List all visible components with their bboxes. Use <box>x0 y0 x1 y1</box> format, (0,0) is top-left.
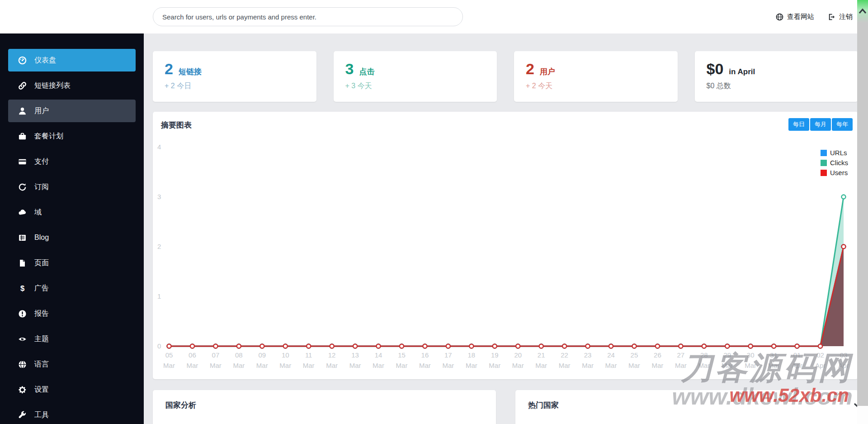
top-countries-title: 热门国家 <box>528 400 845 410</box>
cloud-icon <box>17 208 27 216</box>
stat-card-0: 2短链接+ 2 今日 <box>153 51 316 102</box>
svg-text:10: 10 <box>282 351 289 359</box>
stat-value: 3 <box>345 60 354 78</box>
svg-text:Mar: Mar <box>303 362 315 369</box>
sidebar-item-label: 用户 <box>34 106 49 116</box>
svg-text:19: 19 <box>491 351 499 359</box>
sidebar-item-file[interactable]: 页面 <box>8 252 136 274</box>
range-button-group: 每日每月每年 <box>788 118 853 131</box>
stat-value: $0 <box>707 60 724 78</box>
svg-text:31: 31 <box>770 351 778 359</box>
sidebar-item-label: 短链接列表 <box>34 81 71 91</box>
sidebar-item-label: 套餐计划 <box>34 132 63 141</box>
stat-card-1: 3点击+ 3 今天 <box>334 51 497 102</box>
svg-text:07: 07 <box>212 351 220 359</box>
stat-sub: + 2 今日 <box>165 81 305 91</box>
range-button-2[interactable]: 每年 <box>832 118 853 131</box>
stat-sub: + 3 今天 <box>345 81 486 91</box>
svg-text:06: 06 <box>189 351 196 359</box>
svg-text:23: 23 <box>584 351 592 359</box>
svg-text:Mar: Mar <box>535 362 547 369</box>
range-button-1[interactable]: 每月 <box>810 118 831 131</box>
svg-text:11: 11 <box>305 351 312 359</box>
svg-text:22: 22 <box>561 351 568 359</box>
sidebar-item-label: 页面 <box>34 258 49 268</box>
svg-text:Mar: Mar <box>396 362 408 369</box>
eye-icon <box>17 335 27 343</box>
svg-text:08: 08 <box>235 351 243 359</box>
svg-text:Mar: Mar <box>187 362 198 369</box>
scrollbar-down-button[interactable] <box>857 406 868 424</box>
svg-text:Mar: Mar <box>628 362 640 369</box>
scrollbar[interactable] <box>857 0 868 424</box>
svg-text:Mar: Mar <box>373 362 384 369</box>
svg-text:Mar: Mar <box>768 362 780 369</box>
stat-sub: $0 总数 <box>707 81 847 91</box>
sidebar-item-credit-card[interactable]: 支付 <box>8 150 136 173</box>
gear-icon <box>17 386 27 394</box>
stats-row: 2短链接+ 2 今日3点击+ 3 今天2用户+ 2 今天$0in April$0… <box>153 51 858 102</box>
svg-text:05: 05 <box>165 351 173 359</box>
globe-icon <box>17 360 27 368</box>
stat-value: 2 <box>526 60 534 78</box>
svg-text:Mar: Mar <box>651 362 663 369</box>
svg-text:29: 29 <box>723 351 731 359</box>
sidebar-item-exclamation[interactable]: 报告 <box>8 302 136 325</box>
stat-card-3: $0in April$0 总数 <box>695 51 859 102</box>
sidebar-item-dashboard[interactable]: 仪表盘 <box>8 49 136 71</box>
svg-text:Mar: Mar <box>489 362 500 369</box>
svg-text:18: 18 <box>467 351 475 359</box>
svg-text:Mar: Mar <box>466 362 477 369</box>
stat-label: 用户 <box>540 67 555 77</box>
topbar-links: 查看网站 注销 <box>776 0 853 33</box>
svg-text:2: 2 <box>157 243 161 250</box>
search-input[interactable] <box>153 7 463 26</box>
sidebar-item-label: 主题 <box>34 334 49 344</box>
sidebar-item-label: 报告 <box>34 309 49 319</box>
svg-text:Mar: Mar <box>326 362 338 369</box>
sidebar-item-dollar[interactable]: $广告 <box>8 277 136 300</box>
scrollbar-up-button[interactable] <box>857 0 868 23</box>
sidebar-item-refresh[interactable]: 订阅 <box>8 176 136 198</box>
sidebar-item-user[interactable]: 用户 <box>8 100 136 122</box>
logout-link[interactable]: 注销 <box>828 13 853 21</box>
chart-series-Users <box>167 245 846 348</box>
stat-label: 短链接 <box>179 67 202 77</box>
view-site-link[interactable]: 查看网站 <box>776 13 814 21</box>
svg-text:24: 24 <box>607 351 615 359</box>
sidebar-item-newspaper[interactable]: Blog <box>8 226 136 249</box>
chart-series-Clicks <box>167 195 846 348</box>
sidebar: 仪表盘短链接列表用户套餐计划支付订阅域Blog页面$广告报告主题语言设置工具 <box>0 33 144 424</box>
chart-card-title: 摘要图表 <box>161 120 192 130</box>
summary-line-chart: 4321005Mar06Mar07Mar08Mar09Mar10Mar11Mar… <box>156 136 851 371</box>
svg-text:12: 12 <box>328 351 336 359</box>
sidebar-item-cloud[interactable]: 域 <box>8 201 136 224</box>
svg-text:Mar: Mar <box>722 362 733 369</box>
stat-label: 点击 <box>359 67 374 77</box>
sidebar-item-globe[interactable]: 语言 <box>8 353 136 376</box>
svg-text:03: 03 <box>840 351 848 359</box>
range-button-0[interactable]: 每日 <box>788 118 809 131</box>
sidebar-item-label: 支付 <box>34 157 49 167</box>
sidebar-item-link[interactable]: 短链接列表 <box>8 74 136 97</box>
sidebar-item-wrench[interactable]: 工具 <box>8 404 136 424</box>
sidebar-item-label: 语言 <box>34 360 49 369</box>
svg-text:02: 02 <box>816 351 824 359</box>
stat-sub: + 2 今天 <box>526 81 666 91</box>
svg-text:Mar: Mar <box>279 362 291 369</box>
sidebar-item-briefcase[interactable]: 套餐计划 <box>8 125 136 148</box>
stat-value: 2 <box>165 60 173 78</box>
sidebar-item-eye[interactable]: 主题 <box>8 328 136 350</box>
sidebar-item-gear[interactable]: 设置 <box>8 378 136 401</box>
svg-text:17: 17 <box>444 351 452 359</box>
svg-text:Mar: Mar <box>605 362 617 369</box>
svg-text:Mar: Mar <box>256 362 268 369</box>
svg-text:Mar: Mar <box>582 362 594 369</box>
refresh-icon <box>17 183 27 191</box>
bottom-row: 国家分析 热门国家 <box>153 390 858 424</box>
newspaper-icon <box>17 233 27 242</box>
top-countries-card: 热门国家 <box>515 390 858 424</box>
svg-text:Mar: Mar <box>349 362 361 369</box>
sidebar-item-label: Blog <box>34 233 49 242</box>
svg-text:0: 0 <box>157 342 161 350</box>
